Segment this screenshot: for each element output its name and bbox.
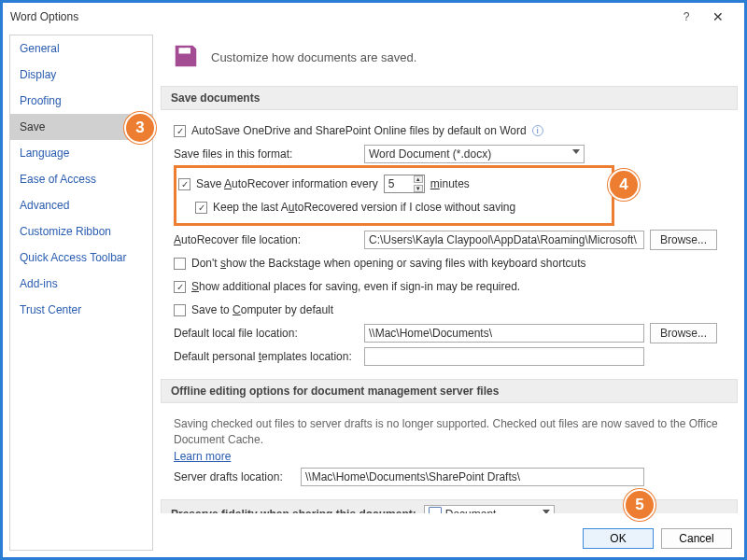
checkbox-keep-last[interactable] <box>195 202 207 214</box>
ok-button[interactable]: OK <box>583 528 654 549</box>
sidebar-item-customize-ribbon[interactable]: Customize Ribbon <box>10 218 152 245</box>
info-icon[interactable] <box>532 125 543 136</box>
callout-5: 5 <box>624 489 655 521</box>
dialog-title: Word Options <box>10 10 673 23</box>
help-icon[interactable]: ? <box>673 10 699 23</box>
highlight-autorecover: Save AutoRecover information every 5 ▲▼ … <box>174 165 614 226</box>
callout-3: 3 <box>124 112 156 144</box>
input-default-local[interactable]: \\Mac\Home\Documents\ <box>364 324 644 343</box>
input-drafts-location[interactable]: \\Mac\Home\Documents\SharePoint Drafts\ <box>301 468 644 486</box>
sidebar-item-ease[interactable]: Ease of Access <box>10 166 152 192</box>
learn-more-link[interactable]: Learn more <box>174 450 231 463</box>
label-autosave: AutoSave OneDrive and SharePoint Online … <box>191 124 527 137</box>
combo-fidelity-document[interactable]: Document <box>424 505 555 513</box>
close-icon[interactable]: ✕ <box>699 9 737 24</box>
input-ar-location[interactable]: C:\Users\Kayla Claypool\AppData\Roaming\… <box>364 231 644 249</box>
sidebar-item-advanced[interactable]: Advanced <box>10 192 152 218</box>
svg-rect-0 <box>186 48 189 52</box>
checkbox-backstage[interactable] <box>174 258 186 270</box>
label-default-local: Default local file location: <box>174 327 359 340</box>
combo-file-format[interactable]: Word Document (*.docx) <box>364 145 585 163</box>
input-default-templates[interactable] <box>364 347 644 366</box>
sidebar-item-qat[interactable]: Quick Access Toolbar <box>10 245 152 271</box>
browse-ar-button[interactable]: Browse... <box>650 230 717 250</box>
label-ar-location: AutoRecover file location: <box>174 233 359 246</box>
label-default-templates: Default personal templates location: <box>174 350 359 363</box>
sidebar-item-addins[interactable]: Add-ins <box>10 271 152 297</box>
browse-local-button[interactable]: Browse... <box>650 323 717 343</box>
page-subtitle: Customize how documents are saved. <box>211 50 416 64</box>
checkbox-save-computer[interactable] <box>174 304 186 316</box>
section-offline: Offline editing options for document man… <box>161 379 738 403</box>
sidebar-item-proofing[interactable]: Proofing <box>10 88 152 114</box>
spinner-autorecover-minutes[interactable]: 5 ▲▼ <box>384 175 425 193</box>
section-save-documents: Save documents <box>161 86 738 110</box>
save-floppy-icon <box>172 42 200 73</box>
callout-4: 4 <box>608 169 640 201</box>
checkbox-autorecover[interactable] <box>178 178 190 190</box>
label-drafts-location: Server drafts location: <box>174 470 295 483</box>
sidebar-item-display[interactable]: Display <box>10 62 152 88</box>
sidebar-item-language[interactable]: Language <box>10 140 152 166</box>
sidebar-item-trust[interactable]: Trust Center <box>10 297 152 323</box>
sidebar-item-general[interactable]: General <box>10 35 152 62</box>
label-file-format: Save files in this format: <box>174 147 359 161</box>
checkbox-additional-places[interactable] <box>174 281 186 293</box>
nav-sidebar: General Display Proofing Save Language E… <box>9 35 153 551</box>
offline-note: Saving checked out files to server draft… <box>174 411 734 450</box>
cancel-button[interactable]: Cancel <box>661 528 732 549</box>
checkbox-autosave[interactable] <box>174 125 186 137</box>
